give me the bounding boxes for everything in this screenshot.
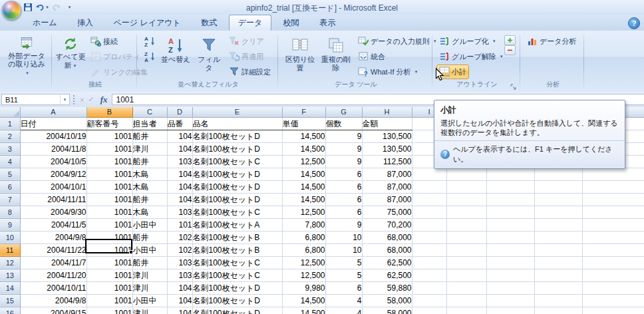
cell-F10[interactable]: 6,800 — [282, 231, 325, 243]
ungroup-button[interactable]: グループ解除 ▼ — [436, 49, 506, 64]
undo-dropdown-icon[interactable]: ▼ — [45, 5, 49, 9]
cell-L8[interactable] — [534, 206, 582, 218]
cell-K12[interactable] — [486, 256, 534, 269]
tab-view[interactable]: 表示 — [311, 15, 344, 31]
cell-E1[interactable]: 品名 — [192, 117, 282, 130]
cell-B11[interactable]: 1001 — [86, 243, 132, 256]
column-header-A[interactable]: A — [20, 107, 86, 117]
cell-K6[interactable] — [486, 180, 534, 193]
consolidate-button[interactable]: 統合 — [355, 49, 388, 64]
column-header-C[interactable]: C — [132, 107, 167, 117]
cell-I14[interactable] — [412, 281, 446, 294]
cell-F5[interactable]: 14,500 — [282, 168, 325, 180]
cell-A12[interactable]: 2004/11/7 — [20, 256, 86, 269]
cell-I12[interactable] — [412, 256, 446, 269]
cell-B4[interactable]: 1001 — [86, 155, 132, 168]
cell-H3[interactable]: 130,500 — [362, 142, 412, 155]
cell-I8[interactable] — [412, 206, 446, 218]
cell-F9[interactable]: 7,800 — [282, 218, 325, 231]
cell-M15[interactable] — [582, 294, 644, 307]
cell-B14[interactable]: 1001 — [86, 281, 132, 294]
cell-D13[interactable]: 103 — [167, 269, 192, 281]
row-header-1[interactable]: 1 — [0, 117, 20, 130]
cell-K9[interactable] — [486, 218, 534, 231]
cell-C9[interactable]: 小田中 — [132, 218, 167, 231]
cell-J13[interactable] — [446, 269, 486, 281]
cell-F14[interactable]: 9,980 — [282, 281, 325, 294]
cell-G2[interactable]: 9 — [325, 130, 362, 142]
cell-E5[interactable]: 名刺100枚セットD — [192, 168, 282, 180]
data-validation-button[interactable]: データの入力規則 ▼ — [355, 34, 440, 49]
cell-D12[interactable]: 103 — [167, 256, 192, 269]
tab-formulas[interactable]: 数式 — [192, 15, 226, 31]
cell-K7[interactable] — [486, 193, 534, 206]
cell-I10[interactable] — [412, 231, 446, 243]
show-detail-button[interactable] — [504, 35, 516, 45]
reapply-button[interactable]: 再適用 — [226, 49, 266, 64]
cell-D4[interactable]: 103 — [167, 155, 192, 168]
row-header-10[interactable]: 10 — [0, 231, 20, 243]
cell-G10[interactable]: 10 — [325, 231, 362, 243]
cell-L13[interactable] — [534, 269, 582, 281]
cell-G7[interactable]: 6 — [325, 193, 362, 206]
tab-insert[interactable]: 挿入 — [69, 15, 102, 31]
cell-L9[interactable] — [534, 218, 582, 231]
cell-D10[interactable]: 102 — [167, 231, 192, 243]
cell-L10[interactable] — [534, 231, 582, 243]
cell-L14[interactable] — [534, 281, 582, 294]
cell-H15[interactable]: 58,000 — [362, 294, 412, 307]
cell-A14[interactable]: 2004/10/11 — [20, 281, 86, 294]
cell-B6[interactable]: 1001 — [86, 180, 132, 193]
cell-B8[interactable]: 1001 — [86, 206, 132, 218]
cell-E6[interactable]: 名刺100枚セットD — [192, 180, 282, 193]
cell-I13[interactable] — [412, 269, 446, 281]
cell-B2[interactable]: 1001 — [86, 130, 132, 142]
cell-C4[interactable]: 船井 — [132, 155, 167, 168]
cell-A11[interactable]: 2004/11/22 — [20, 243, 86, 256]
row-header-8[interactable]: 8 — [0, 206, 20, 218]
cell-F8[interactable]: 12,500 — [282, 206, 325, 218]
cell-L5[interactable] — [534, 168, 582, 180]
row-header-12[interactable]: 12 — [0, 256, 20, 269]
cell-L15[interactable] — [534, 294, 582, 307]
tab-page-layout[interactable]: ページ レイアウト — [104, 15, 189, 31]
cell-G1[interactable]: 個数 — [325, 117, 362, 130]
cell-A4[interactable]: 2004/10/5 — [20, 155, 86, 168]
row-header-7[interactable]: 7 — [0, 193, 20, 206]
cell-B9[interactable]: 1001 — [86, 218, 132, 231]
cell-M9[interactable] — [582, 218, 644, 231]
cell-I9[interactable] — [412, 218, 446, 231]
cell-A16[interactable]: 2004/9/15 — [20, 307, 86, 314]
cell-H16[interactable]: 58,000 — [362, 307, 412, 314]
cell-L7[interactable] — [534, 193, 582, 206]
office-button[interactable] — [2, 1, 21, 20]
undo-button[interactable]: ▼ — [35, 1, 49, 13]
row-header-4[interactable]: 4 — [0, 155, 20, 168]
cell-E12[interactable]: 名刺100枚セットC — [192, 256, 282, 269]
cell-F11[interactable]: 6,800 — [282, 243, 325, 256]
cell-H9[interactable]: 70,200 — [362, 218, 412, 231]
cell-D8[interactable]: 103 — [167, 206, 192, 218]
cell-D2[interactable]: 104 — [167, 130, 192, 142]
formula-bar-splitter[interactable] — [73, 95, 75, 104]
cell-D1[interactable]: 品番 — [167, 117, 192, 130]
cell-K8[interactable] — [486, 206, 534, 218]
cell-D7[interactable]: 104 — [167, 193, 192, 206]
cell-L12[interactable] — [534, 256, 582, 269]
cell-C14[interactable]: 津川 — [132, 281, 167, 294]
row-header-14[interactable]: 14 — [0, 281, 20, 294]
dialog-launcher-icon[interactable] — [510, 81, 518, 89]
cell-J11[interactable] — [446, 243, 486, 256]
cell-F16[interactable]: 14,500 — [282, 307, 325, 314]
cell-I16[interactable] — [412, 307, 446, 314]
cell-D15[interactable]: 104 — [167, 294, 192, 307]
cell-K5[interactable] — [486, 168, 534, 180]
cell-D6[interactable]: 104 — [167, 180, 192, 193]
cell-G11[interactable]: 10 — [325, 243, 362, 256]
cell-H2[interactable]: 130,500 — [362, 130, 412, 142]
tab-review[interactable]: 校閲 — [275, 15, 308, 31]
filter-button[interactable]: フィルタ — [194, 34, 224, 78]
cell-L6[interactable] — [534, 180, 582, 193]
cell-K10[interactable] — [486, 231, 534, 243]
cell-H10[interactable]: 68,000 — [362, 231, 412, 243]
